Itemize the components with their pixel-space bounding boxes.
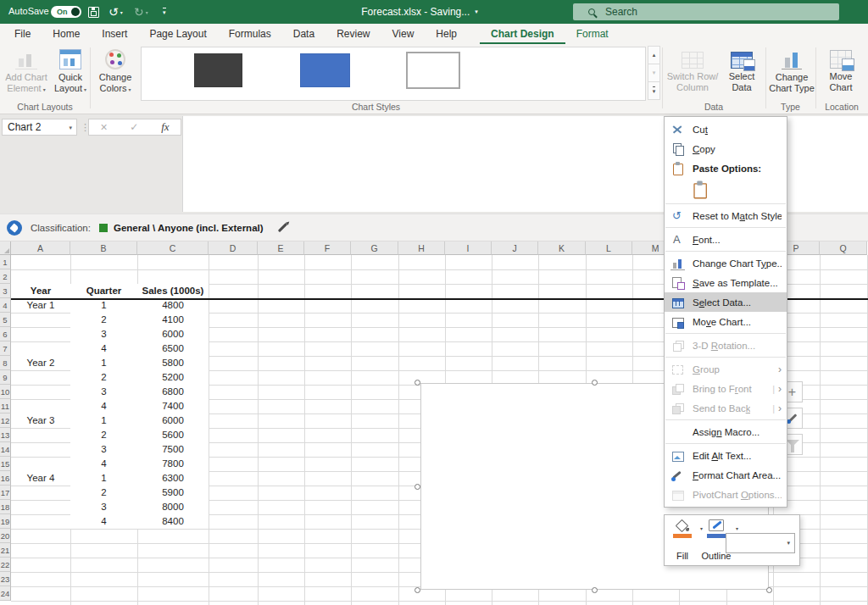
row-header-24[interactable]: 24 — [0, 586, 11, 601]
save-button[interactable] — [88, 3, 99, 20]
change-colors-button[interactable]: Change Colors▾ — [93, 46, 137, 102]
tab-formulas[interactable]: Formulas — [218, 24, 282, 44]
cell-b3[interactable]: Quarter — [70, 284, 137, 298]
cell-a16[interactable]: Year 4 — [11, 471, 70, 486]
column-header-f[interactable]: F — [304, 241, 351, 255]
tab-file[interactable]: File — [3, 24, 42, 44]
row-header-9[interactable]: 9 — [0, 370, 11, 385]
row-header-23[interactable]: 23 — [0, 572, 11, 586]
cell-c5[interactable]: 4100 — [137, 313, 209, 327]
cell-a8[interactable]: Year 2 — [11, 356, 70, 370]
cell-c11[interactable]: 7400 — [137, 399, 209, 414]
chart-handle-top-middle[interactable] — [592, 380, 598, 386]
row-header-18[interactable]: 18 — [0, 500, 11, 514]
row-header-22[interactable]: 22 — [0, 558, 11, 572]
row-header-15[interactable]: 15 — [0, 457, 11, 471]
tab-review[interactable]: Review — [326, 24, 381, 44]
cell-c18[interactable]: 8000 — [137, 500, 209, 514]
menu-item-assign-macro[interactable]: Assign Macro... — [665, 422, 787, 441]
cell-c3[interactable]: Sales (1000s) — [137, 284, 209, 298]
row-header-1[interactable]: 1 — [0, 255, 11, 269]
cell-c4[interactable]: 4800 — [137, 298, 209, 313]
menu-item-save-as-template[interactable]: Save as Template... — [665, 273, 787, 292]
column-header-k[interactable]: K — [538, 241, 586, 255]
column-header-q[interactable]: Q — [820, 241, 867, 255]
cell-b4[interactable]: 1 — [70, 298, 137, 313]
cell-b7[interactable]: 4 — [70, 341, 137, 356]
row-header-7[interactable]: 7 — [0, 341, 11, 356]
cell-c7[interactable]: 6500 — [137, 341, 209, 356]
cell-b17[interactable]: 2 — [70, 486, 137, 500]
cell-b12[interactable]: 1 — [70, 414, 137, 428]
tab-data[interactable]: Data — [282, 24, 326, 44]
row-header-16[interactable]: 16 — [0, 471, 11, 486]
cell-a4[interactable]: Year 1 — [11, 298, 70, 313]
qat-customize-button[interactable]: ▾ — [163, 3, 166, 20]
chart-style-selected[interactable] — [406, 52, 460, 89]
undo-button[interactable]: ↺▾ — [108, 3, 123, 20]
insert-function-icon[interactable]: fx — [161, 120, 169, 134]
cell-b5[interactable]: 2 — [70, 313, 137, 327]
row-header-21[interactable]: 21 — [0, 543, 11, 558]
cell-b11[interactable]: 4 — [70, 399, 137, 414]
search-box[interactable]: Search — [573, 3, 839, 20]
redo-button[interactable]: ↻▾ — [134, 3, 148, 20]
chart-handle-bottom-left[interactable] — [415, 587, 420, 593]
cell-b18[interactable]: 3 — [70, 500, 137, 514]
cell-b14[interactable]: 3 — [70, 442, 137, 457]
row-header-3[interactable]: 3 — [0, 284, 11, 298]
menu-item-select-data[interactable]: Select Data... — [665, 292, 787, 312]
select-data-button[interactable]: Select Data — [720, 46, 764, 102]
cell-c6[interactable]: 6000 — [137, 327, 209, 341]
gallery-more-button[interactable]: ▾ — [648, 81, 660, 100]
move-chart-button[interactable]: Move Chart — [819, 46, 863, 102]
row-header-13[interactable]: 13 — [0, 428, 11, 442]
chart-style-blue[interactable] — [300, 53, 350, 87]
chart-handle-bottom-middle[interactable] — [592, 587, 598, 593]
cancel-icon[interactable]: × — [100, 121, 107, 133]
select-all-corner[interactable] — [0, 241, 11, 255]
gallery-scroll-down-button[interactable]: ▾ — [648, 64, 660, 82]
tab-chart-design[interactable]: Chart Design — [480, 24, 565, 44]
change-chart-type-button[interactable]: Change Chart Type — [768, 46, 815, 102]
cell-b8[interactable]: 1 — [70, 356, 137, 370]
row-header-20[interactable]: 20 — [0, 529, 11, 543]
cell-c8[interactable]: 5800 — [137, 356, 209, 370]
cell-b13[interactable]: 2 — [70, 428, 137, 442]
column-header-j[interactable]: J — [492, 241, 538, 255]
menu-item-edit-alt-text[interactable]: Edit Alt Text... — [665, 446, 787, 465]
row-header-8[interactable]: 8 — [0, 356, 11, 370]
name-box[interactable]: Chart 2 ▾ — [2, 119, 77, 136]
cell-c9[interactable]: 5200 — [137, 370, 209, 385]
paste-option-button[interactable] — [665, 178, 787, 202]
menu-item-cut[interactable]: Cut — [665, 119, 787, 139]
quick-layout-button[interactable]: Quick Layout▾ — [51, 46, 90, 102]
tab-page-layout[interactable]: Page Layout — [138, 24, 217, 44]
column-header-a[interactable]: A — [11, 241, 70, 255]
cell-c17[interactable]: 5900 — [137, 486, 209, 500]
gallery-scroll-up-button[interactable]: ▴ — [648, 46, 660, 64]
autosave-toggle[interactable]: On — [51, 6, 81, 18]
tab-help[interactable]: Help — [425, 24, 468, 44]
column-header-h[interactable]: H — [398, 241, 445, 255]
cell-a3[interactable]: Year — [11, 284, 70, 298]
menu-item-change-chart-type[interactable]: Change Chart Type... — [665, 253, 787, 273]
column-header-c[interactable]: C — [137, 241, 209, 255]
row-header-6[interactable]: 6 — [0, 327, 11, 341]
enter-icon[interactable]: ✓ — [130, 121, 138, 133]
chart-style-dark[interactable] — [194, 53, 242, 87]
row-header-14[interactable]: 14 — [0, 442, 11, 457]
row-header-4[interactable]: 4 — [0, 298, 11, 313]
cell-b16[interactable]: 1 — [70, 471, 137, 486]
edit-classification-icon[interactable] — [277, 223, 287, 232]
cell-b19[interactable]: 4 — [70, 514, 137, 529]
chart-handle-middle-left[interactable] — [415, 484, 420, 490]
chart-handle-top-left[interactable] — [415, 380, 420, 386]
cell-b9[interactable]: 2 — [70, 370, 137, 385]
tab-format[interactable]: Format — [565, 24, 620, 44]
column-header-e[interactable]: E — [258, 241, 304, 255]
column-header-g[interactable]: G — [351, 241, 398, 255]
tab-insert[interactable]: Insert — [91, 24, 138, 44]
tab-view[interactable]: View — [381, 24, 426, 44]
cell-c15[interactable]: 7800 — [137, 457, 209, 471]
